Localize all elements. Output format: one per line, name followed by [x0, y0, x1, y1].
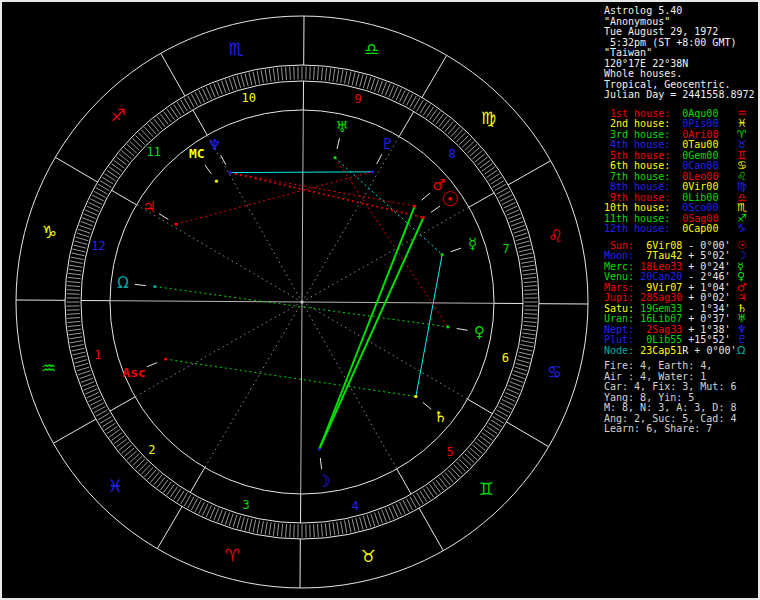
degree-tick: [199, 502, 205, 514]
house-number: 4: [352, 499, 359, 513]
degree-tick: [72, 348, 85, 351]
degree-tick: [378, 81, 382, 93]
degree-tick: [325, 523, 326, 536]
sign-division-line: [55, 157, 97, 182]
degree-tick: [356, 518, 359, 531]
mc-label: MC: [189, 146, 205, 161]
degree-tick: [345, 520, 347, 533]
degree-tick: [210, 507, 215, 519]
degree-tick: [396, 504, 402, 516]
jupiter-pointer-line: [159, 214, 168, 220]
degree-tick: [318, 524, 319, 537]
degree-tick: [85, 389, 97, 394]
degree-tick: [157, 477, 165, 487]
degree-tick: [70, 341, 83, 343]
jupiter-icon: ♃: [142, 198, 155, 216]
planet-velocity: + 0°02': [688, 292, 730, 303]
degree-tick: [325, 68, 326, 81]
degree-tick: [337, 69, 339, 82]
degree-tick: [524, 282, 537, 283]
aquarius-icon: ♒: [41, 358, 56, 378]
degree-tick: [286, 524, 287, 537]
degree-tick: [341, 521, 343, 534]
degree-tick: [119, 154, 129, 162]
degree-tick: [222, 511, 226, 523]
uranus-pointer-line: [337, 138, 339, 149]
degree-tick: [510, 382, 522, 387]
degree-tick: [241, 75, 244, 88]
degree-tick: [67, 282, 80, 283]
degree-tick: [82, 218, 94, 223]
degree-tick: [277, 68, 278, 81]
degree-tick: [385, 508, 390, 520]
header-line: "Taiwan": [604, 48, 760, 59]
asc-degree-dot: [164, 358, 167, 361]
degree-tick: [374, 512, 378, 524]
house-cusp-row: 12th house: 0Cap00♑: [604, 224, 760, 235]
degree-tick: [68, 325, 81, 326]
house-cusp-value: 0Leo00: [682, 171, 718, 182]
degree-tick: [214, 508, 219, 520]
degree-tick: [524, 286, 537, 287]
degree-tick: [245, 518, 248, 531]
degree-tick: [73, 249, 86, 252]
house-cusp-list: 1st house: 0Aqu00♒ 2nd house: 0Pis00♓ 3r…: [604, 109, 760, 235]
house-number: 11: [147, 145, 161, 159]
house-cusp-line: [468, 399, 493, 414]
planet-position: 19Gem33: [640, 303, 682, 314]
pisces-icon: ♓: [108, 476, 123, 496]
house-label: 12th house:: [604, 223, 670, 234]
stats-line: Car: 4, Fix: 3, Mut: 6: [604, 382, 760, 393]
degree-tick: [67, 290, 80, 291]
degree-tick: [82, 382, 94, 387]
retrograde-flag: R: [682, 345, 688, 356]
degree-tick: [524, 318, 537, 319]
degree-tick: [521, 341, 534, 343]
degree-tick: [148, 124, 157, 134]
cancer-icon: ♋: [547, 362, 562, 382]
degree-tick: [520, 257, 533, 259]
degree-tick: [79, 374, 91, 378]
degree-tick: [130, 454, 140, 463]
saturn-icon: ♄: [434, 408, 447, 426]
house-cusp-spoke: [207, 135, 302, 302]
moon-icon: ☽: [315, 471, 330, 491]
degree-tick: [502, 400, 514, 406]
degree-tick: [72, 253, 85, 256]
house-cusp-spoke: [302, 302, 468, 399]
degree-tick: [290, 524, 291, 537]
degree-tick: [127, 451, 137, 460]
header-line: Whole houses.: [604, 69, 760, 80]
degree-tick: [237, 516, 241, 529]
degree-tick: [512, 374, 524, 378]
degree-tick: [265, 522, 267, 535]
mercury-pointer-line: [451, 248, 461, 252]
degree-tick: [371, 78, 375, 90]
degree-tick: [206, 505, 211, 517]
saturn-pointer-line: [423, 402, 432, 409]
degree-tick: [68, 277, 81, 278]
degree-tick: [68, 329, 81, 331]
degree-tick: [130, 141, 140, 150]
degree-tick: [522, 333, 535, 335]
degree-tick: [515, 233, 527, 237]
sign-division-line: [157, 506, 182, 548]
pluto-degree-dot: [371, 170, 374, 173]
degree-tick: [329, 68, 331, 81]
north-node-icon: Ω: [737, 345, 745, 357]
house-label: 2nd house:: [604, 118, 670, 129]
sign-division-line: [419, 508, 443, 551]
saturn-degree-dot: [414, 395, 417, 398]
degree-tick: [505, 206, 517, 211]
mc-degree-dot: [215, 180, 218, 183]
sign-division-line: [422, 55, 447, 97]
degree-tick: [253, 520, 256, 533]
degree-tick: [141, 465, 150, 475]
degree-tick: [154, 475, 162, 485]
house-label: 11th house:: [604, 213, 670, 224]
degree-tick: [367, 77, 371, 89]
degree-tick: [229, 78, 233, 90]
degree-tick: [522, 337, 535, 339]
stats-line: Fire: 4, Earth: 4,: [604, 361, 760, 372]
planet-position: 2Sag33: [640, 324, 682, 335]
